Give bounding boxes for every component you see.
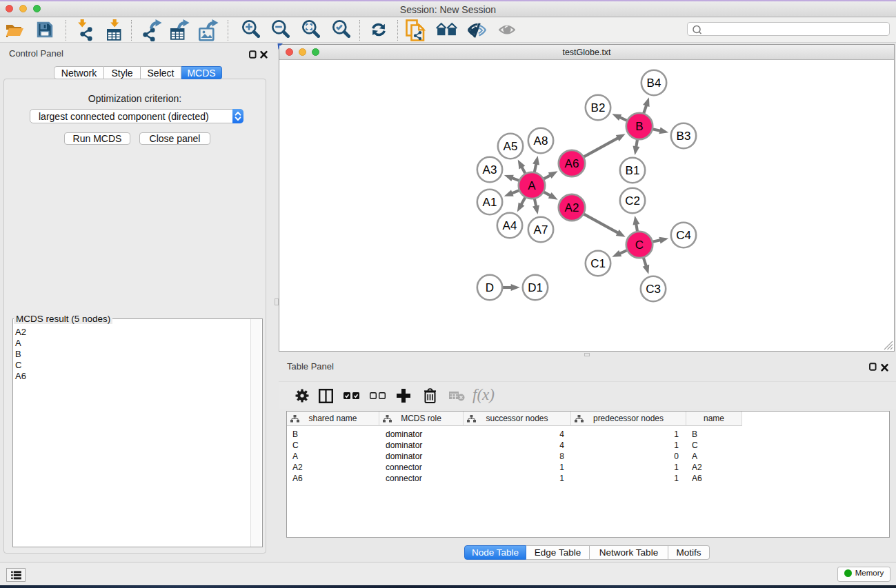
svg-text:A6: A6 bbox=[565, 157, 579, 170]
svg-text:A5: A5 bbox=[504, 140, 518, 153]
svg-text:A7: A7 bbox=[534, 223, 548, 236]
svg-text:C2: C2 bbox=[625, 194, 640, 207]
svg-text:B3: B3 bbox=[677, 130, 691, 143]
svg-text:C3: C3 bbox=[646, 283, 661, 296]
svg-text:A2: A2 bbox=[565, 201, 579, 214]
svg-text:C4: C4 bbox=[676, 229, 691, 242]
svg-text:A8: A8 bbox=[534, 134, 548, 148]
svg-text:B4: B4 bbox=[647, 77, 661, 90]
svg-text:A3: A3 bbox=[483, 163, 497, 176]
svg-text:B1: B1 bbox=[626, 164, 640, 177]
svg-text:C: C bbox=[635, 239, 644, 252]
svg-text:C1: C1 bbox=[590, 257, 606, 270]
svg-text:B: B bbox=[635, 120, 643, 133]
svg-text:D1: D1 bbox=[528, 281, 543, 294]
svg-text:A: A bbox=[528, 179, 536, 192]
svg-text:D: D bbox=[486, 281, 494, 294]
svg-text:B2: B2 bbox=[591, 101, 606, 114]
svg-text:A4: A4 bbox=[503, 219, 517, 232]
svg-text:A1: A1 bbox=[483, 196, 497, 209]
